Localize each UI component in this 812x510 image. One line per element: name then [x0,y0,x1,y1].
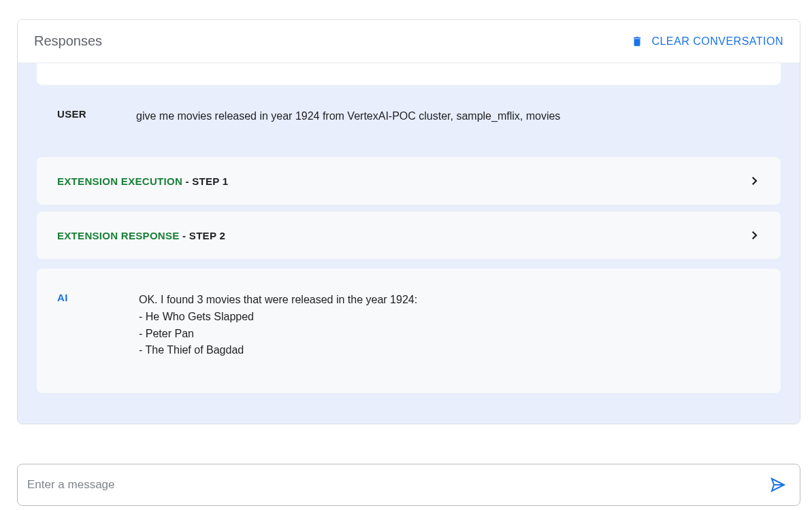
ai-line: - The Thief of Bagdad [139,342,417,359]
extension-response-step[interactable]: EXTENSION RESPONSE - STEP 2 [37,211,781,259]
step-label: EXTENSION RESPONSE - STEP 2 [57,230,225,241]
user-message-row: USER give me movies released in year 192… [37,85,781,157]
ai-line: - Peter Pan [139,326,417,343]
conversation-area[interactable]: USER give me movies released in year 192… [18,63,800,424]
step-prefix: EXTENSION EXECUTION [57,175,182,187]
user-message-text: give me movies released in year 1924 fro… [136,108,560,124]
message-input[interactable] [27,478,768,492]
chevron-right-icon [748,175,760,187]
ai-role-label: AI [57,292,68,359]
panel-header: Responses CLEAR CONVERSATION [18,20,800,63]
step-label: EXTENSION EXECUTION - STEP 1 [57,175,229,187]
clear-conversation-button[interactable]: CLEAR CONVERSATION [631,35,783,48]
clear-conversation-label: CLEAR CONVERSATION [651,35,783,48]
ai-response-card: AI OK. I found 3 movies that were releas… [37,269,781,393]
responses-panel: Responses CLEAR CONVERSATION USER give m… [17,19,800,424]
message-input-container [17,464,800,506]
send-icon[interactable] [768,477,787,493]
chevron-right-icon [748,229,760,241]
user-role-label: USER [57,108,106,124]
step-suffix: - STEP 2 [180,230,225,241]
extension-execution-step[interactable]: EXTENSION EXECUTION - STEP 1 [37,157,781,205]
step-prefix: EXTENSION RESPONSE [57,230,180,241]
step-suffix: - STEP 1 [182,175,228,187]
trash-icon [631,35,643,48]
ai-line: - He Who Gets Slapped [139,309,417,326]
ai-line: OK. I found 3 movies that were released … [139,292,417,309]
ai-response-text: OK. I found 3 movies that were released … [139,292,417,359]
previous-card-partial [37,63,781,85]
panel-title: Responses [34,33,102,49]
